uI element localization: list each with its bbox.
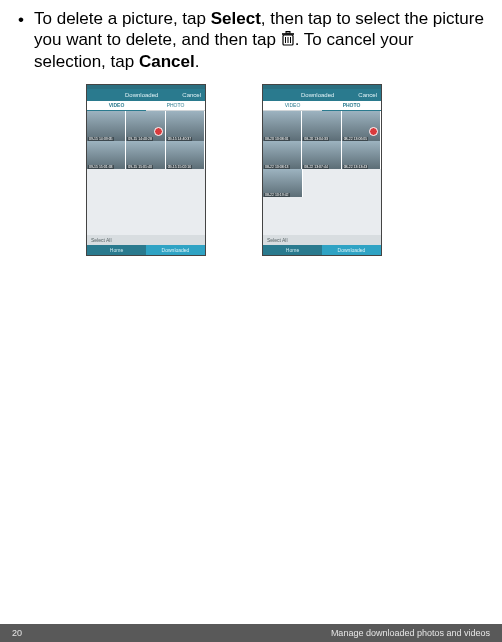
tabs: VIDEO PHOTO: [87, 101, 205, 111]
thumbnail-selected[interactable]: 08-22 13:06:05: [342, 111, 381, 141]
header-cancel[interactable]: Cancel: [358, 92, 377, 98]
bottom-downloaded[interactable]: Downloaded: [322, 245, 381, 255]
tab-photo[interactable]: PHOTO: [322, 101, 381, 111]
select-all-bar[interactable]: Select All: [87, 235, 205, 245]
app-header: Downloaded Cancel: [87, 89, 205, 101]
bottom-home[interactable]: Home: [263, 245, 322, 255]
tabs: VIDEO PHOTO: [263, 101, 381, 111]
document-page: • To delete a picture, tap Select, then …: [0, 0, 502, 642]
thumb-caption: 08-22 13:07:44: [303, 165, 329, 169]
bullet-marker: •: [18, 8, 34, 30]
svg-rect-5: [286, 32, 290, 34]
thumb-caption: 09-15 15:01:40: [127, 165, 153, 169]
tab-video[interactable]: VIDEO: [263, 101, 322, 111]
tab-video[interactable]: VIDEO: [87, 101, 146, 111]
bottom-nav: Home Downloaded: [263, 245, 381, 255]
instr-part4: .: [195, 52, 200, 71]
thumbnail[interactable]: 08-22 13:08:13: [263, 141, 302, 169]
thumbnail[interactable]: 08-20 13:04:33: [302, 111, 341, 141]
phone-screenshot-left: Downloaded Cancel VIDEO PHOTO 09-15 14:3…: [86, 84, 206, 256]
trash-icon: [281, 31, 295, 47]
instr-part1: To delete a picture, tap: [34, 9, 211, 28]
instr-select: Select: [211, 9, 261, 28]
header-title: Downloaded: [125, 92, 158, 98]
page-footer: 20 Manage downloaded photos and videos: [0, 624, 502, 642]
section-title: Manage downloaded photos and videos: [331, 628, 490, 638]
select-all-bar[interactable]: Select All: [263, 235, 381, 245]
thumbnail[interactable]: 08-20 13:08:31: [263, 111, 302, 141]
thumbnail-selected[interactable]: 09-15 14:40:28: [126, 111, 165, 141]
instr-cancel: Cancel: [139, 52, 195, 71]
thumbnail[interactable]: 08-22 13:07:44: [302, 141, 341, 169]
instruction-bullet: • To delete a picture, tap Select, then …: [18, 8, 484, 72]
header-cancel[interactable]: Cancel: [182, 92, 201, 98]
thumb-caption: 09-15 15:01:33: [88, 165, 114, 169]
thumbnail[interactable]: 09-15 15:02:16: [166, 141, 205, 169]
thumbnail[interactable]: 08-22 13:13:43: [342, 141, 381, 169]
thumbnail[interactable]: 09-15 14:39:05: [87, 111, 126, 141]
thumbnail[interactable]: 09-15 14:40:37: [166, 111, 205, 141]
thumbnail[interactable]: 09-15 15:01:33: [87, 141, 126, 169]
app-header: Downloaded Cancel: [263, 89, 381, 101]
thumb-caption: 08-22 13:13:43: [343, 165, 369, 169]
header-title: Downloaded: [301, 92, 334, 98]
bottom-downloaded[interactable]: Downloaded: [146, 245, 205, 255]
bottom-home[interactable]: Home: [87, 245, 146, 255]
tab-photo[interactable]: PHOTO: [146, 101, 205, 111]
bottom-nav: Home Downloaded: [87, 245, 205, 255]
page-number: 20: [12, 628, 22, 638]
thumb-caption: 08-22 13:19:42: [264, 193, 290, 197]
thumb-caption: 09-15 15:02:16: [167, 165, 193, 169]
thumbnail[interactable]: 09-15 15:01:40: [126, 141, 165, 169]
instruction-text: To delete a picture, tap Select, then ta…: [34, 8, 484, 72]
thumbnail-grid: 08-20 13:08:31 08-20 13:04:33 08-22 13:0…: [263, 111, 381, 235]
thumbnail-grid: 09-15 14:39:05 09-15 14:40:28 09-15 14:4…: [87, 111, 205, 235]
thumbnail[interactable]: 08-22 13:19:42: [263, 169, 303, 197]
screenshots-row: Downloaded Cancel VIDEO PHOTO 09-15 14:3…: [86, 84, 484, 256]
phone-screenshot-right: Downloaded Cancel VIDEO PHOTO 08-20 13:0…: [262, 84, 382, 256]
